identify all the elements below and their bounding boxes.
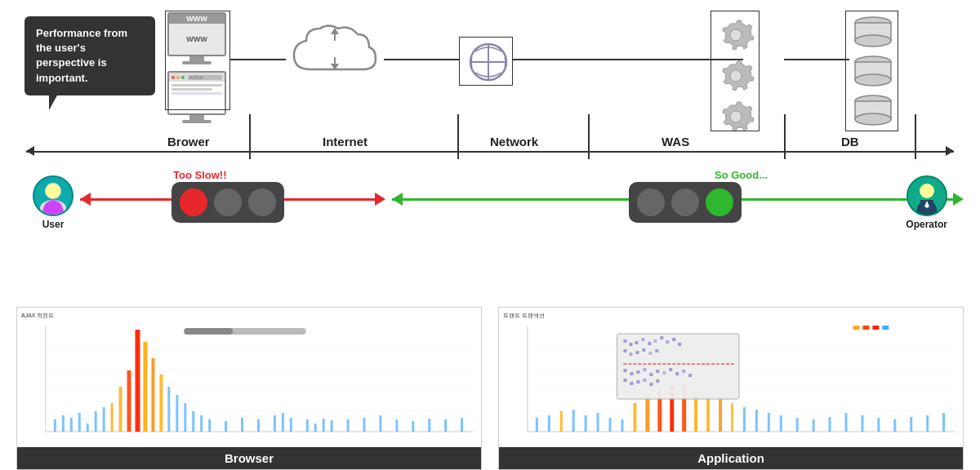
svg-rect-131 <box>656 370 659 373</box>
svg-rect-127 <box>630 372 633 375</box>
arrow-left <box>26 146 34 156</box>
svg-rect-146 <box>882 326 889 330</box>
svg-rect-95 <box>755 410 758 432</box>
svg-rect-122 <box>642 348 645 352</box>
svg-rect-107 <box>942 413 945 432</box>
main-arrow-line <box>26 151 954 153</box>
svg-rect-81 <box>585 415 587 432</box>
svg-rect-105 <box>910 417 912 432</box>
red-arrow-right <box>375 193 385 206</box>
svg-rect-33 <box>70 418 73 432</box>
vline-5 <box>915 114 916 159</box>
svg-rect-115 <box>660 336 663 339</box>
internet-label: Internet <box>323 135 368 149</box>
light-4 <box>637 188 665 216</box>
light-3 <box>248 188 276 216</box>
speech-bubble: Performance from the user's perspective … <box>24 16 155 95</box>
browser-chart-container: AJAX 적전트 <box>16 307 482 470</box>
svg-rect-106 <box>926 415 929 432</box>
svg-rect-62 <box>363 418 366 432</box>
svg-rect-49 <box>200 415 203 432</box>
vline-2 <box>457 114 459 159</box>
svg-rect-117 <box>672 338 675 341</box>
svg-rect-44 <box>159 375 163 432</box>
svg-rect-35 <box>87 423 89 432</box>
router-box <box>459 37 513 86</box>
svg-rect-55 <box>282 413 284 432</box>
green-arrow-right <box>953 193 964 206</box>
svg-rect-43 <box>151 358 154 432</box>
svg-rect-101 <box>845 413 848 432</box>
operator-label: Operator <box>906 219 947 230</box>
svg-rect-41 <box>136 330 140 432</box>
line-browser-cloud <box>230 59 286 60</box>
svg-rect-59 <box>323 419 325 432</box>
svg-rect-93 <box>731 403 733 432</box>
db-box <box>845 11 898 131</box>
svg-rect-103 <box>877 418 880 432</box>
diagram-area: Performance from the user's perspective … <box>16 8 964 228</box>
svg-rect-58 <box>314 423 317 432</box>
svg-rect-129 <box>643 368 646 371</box>
svg-rect-97 <box>780 415 782 432</box>
svg-rect-77 <box>536 418 538 432</box>
svg-rect-47 <box>184 403 186 432</box>
svg-rect-78 <box>548 415 550 432</box>
svg-rect-40 <box>127 370 131 432</box>
red-light <box>180 188 207 216</box>
svg-rect-66 <box>428 419 430 432</box>
svg-rect-112 <box>641 338 644 341</box>
svg-rect-68 <box>461 418 463 432</box>
svg-rect-109 <box>623 339 626 343</box>
svg-rect-79 <box>560 411 563 432</box>
db-label: DB <box>841 135 859 149</box>
svg-rect-36 <box>95 411 97 432</box>
arrow-right <box>946 146 954 156</box>
svg-rect-113 <box>648 342 651 345</box>
cloud-icon <box>286 16 384 93</box>
browser-label-bottom: Browser <box>17 447 481 469</box>
line-cloud-router <box>384 59 459 60</box>
svg-rect-39 <box>119 387 122 432</box>
svg-point-22 <box>920 184 934 198</box>
svg-rect-136 <box>688 374 692 377</box>
svg-rect-48 <box>192 411 194 432</box>
svg-rect-85 <box>633 403 636 432</box>
vline-3 <box>588 114 590 159</box>
vline-4 <box>784 114 786 159</box>
svg-rect-116 <box>666 340 669 344</box>
svg-rect-34 <box>78 413 81 432</box>
svg-rect-96 <box>768 413 770 432</box>
browser-chart-area: AJAX 적전트 <box>17 308 481 438</box>
svg-rect-63 <box>379 415 381 432</box>
light-5 <box>671 188 699 216</box>
svg-rect-143 <box>853 326 859 330</box>
svg-rect-132 <box>662 371 666 375</box>
svg-rect-52 <box>241 418 243 432</box>
svg-rect-31 <box>54 419 56 432</box>
traffic-light-left <box>172 182 284 223</box>
app-chart-container: 트랜트 트랜색션 <box>498 307 964 470</box>
user-avatar: User <box>33 175 74 230</box>
ajax-chart-title: AJAX 적전트 <box>21 312 477 320</box>
svg-rect-45 <box>167 387 170 432</box>
svg-rect-98 <box>796 418 799 432</box>
svg-rect-104 <box>893 419 896 432</box>
was-label: WAS <box>662 135 689 149</box>
svg-rect-91 <box>706 395 710 432</box>
green-light <box>706 188 733 216</box>
svg-rect-145 <box>872 326 879 330</box>
svg-rect-51 <box>225 421 227 432</box>
svg-rect-121 <box>635 351 639 354</box>
tx-chart-title: 트랜트 트랜색션 <box>503 312 959 320</box>
svg-rect-92 <box>719 399 722 432</box>
svg-rect-138 <box>630 382 633 385</box>
svg-rect-135 <box>682 370 685 373</box>
svg-rect-61 <box>347 419 350 432</box>
green-arrow-left <box>392 193 403 206</box>
svg-rect-50 <box>208 419 211 432</box>
operator-avatar: Operator <box>906 175 947 230</box>
light-2 <box>214 188 242 216</box>
svg-rect-60 <box>331 420 333 432</box>
svg-rect-86 <box>645 395 649 432</box>
